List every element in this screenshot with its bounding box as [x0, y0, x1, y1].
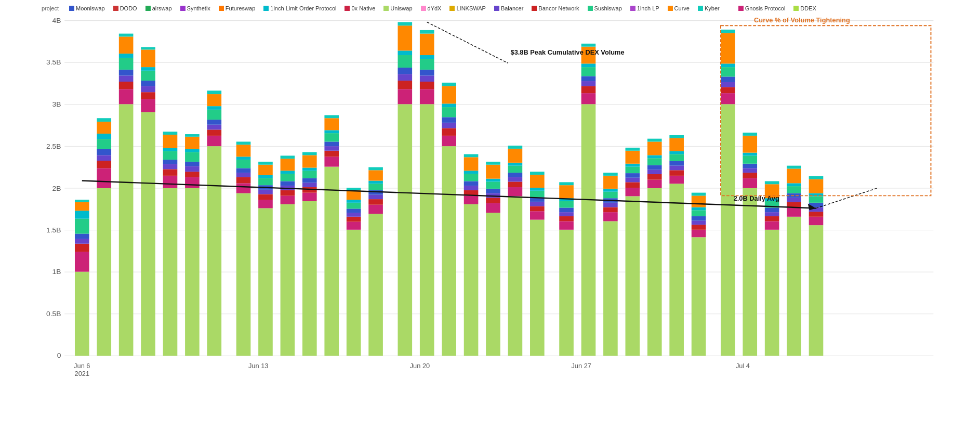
svg-rect-244	[647, 180, 662, 188]
svg-text:1.5B: 1.5B	[46, 226, 61, 234]
svg-rect-220	[581, 76, 596, 81]
x-label-jul4: Jul 4	[736, 362, 750, 370]
svg-rect-269	[692, 193, 706, 196]
sushiswap-color	[588, 6, 593, 11]
svg-rect-30	[97, 155, 111, 161]
uniswap-color	[383, 6, 389, 11]
svg-rect-113	[302, 171, 317, 178]
svg-rect-232	[603, 176, 618, 189]
svg-rect-278	[721, 30, 735, 33]
svg-rect-114	[302, 167, 317, 171]
legend-sushiswap-label: Sushiswap	[594, 5, 622, 11]
svg-rect-71	[185, 134, 200, 137]
svg-rect-111	[302, 183, 317, 187]
svg-rect-243	[647, 188, 662, 356]
svg-rect-251	[647, 139, 662, 142]
svg-rect-226	[603, 212, 618, 221]
legend-gnosis-label: Gnosis Protocol	[745, 5, 786, 11]
svg-rect-158	[420, 59, 434, 70]
svg-rect-195	[508, 163, 523, 166]
legend-bancor: Bancor Network	[532, 5, 579, 11]
svg-rect-79	[207, 94, 222, 106]
svg-rect-124	[324, 118, 339, 130]
legend-project-label: project	[42, 5, 59, 11]
svg-rect-32	[97, 139, 111, 149]
svg-rect-262	[692, 230, 706, 237]
legend-sushiswap: Sushiswap	[588, 5, 622, 11]
svg-rect-248	[647, 158, 662, 165]
svg-rect-252	[669, 184, 684, 356]
svg-rect-99	[281, 204, 295, 356]
bar-29	[721, 30, 735, 356]
avg-annotation-line	[816, 188, 877, 208]
bar-8	[236, 141, 251, 356]
bar-25	[626, 148, 640, 356]
bar-9	[258, 162, 273, 356]
curve-annotation-text: Curve % of Volume Tightening	[754, 17, 850, 24]
legend-synthetix-label: Synthetix	[187, 5, 210, 11]
svg-rect-175	[464, 181, 479, 186]
svg-rect-87	[236, 157, 251, 160]
svg-rect-77	[207, 110, 222, 120]
svg-rect-273	[721, 82, 735, 87]
svg-rect-117	[324, 167, 339, 356]
svg-rect-156	[420, 75, 434, 82]
svg-rect-163	[442, 136, 456, 146]
svg-rect-136	[368, 205, 383, 214]
svg-rect-219	[581, 81, 596, 86]
svg-rect-264	[692, 220, 706, 225]
legend-linkswap: LINKSWAP	[449, 5, 485, 11]
svg-rect-238	[626, 173, 640, 178]
svg-rect-150	[398, 50, 412, 55]
svg-rect-93	[258, 190, 273, 194]
svg-rect-67	[185, 162, 200, 166]
svg-rect-115	[302, 155, 317, 167]
svg-rect-90	[258, 208, 273, 356]
svg-rect-190	[508, 187, 523, 196]
svg-rect-212	[559, 201, 574, 208]
legend-0x: 0x Native	[345, 5, 375, 11]
svg-rect-147	[398, 74, 412, 81]
svg-rect-128	[347, 217, 361, 222]
gnosis-color	[738, 6, 744, 11]
legend-uniswap-label: Uniswap	[390, 5, 412, 11]
svg-text:2B: 2B	[52, 185, 61, 192]
svg-rect-179	[464, 154, 479, 158]
svg-rect-237	[626, 178, 640, 183]
svg-rect-143	[368, 167, 383, 171]
svg-rect-104	[281, 174, 295, 181]
svg-rect-254	[669, 170, 684, 176]
svg-rect-260	[669, 135, 684, 138]
svg-rect-29	[97, 161, 111, 168]
svg-rect-122	[324, 133, 339, 141]
svg-rect-214	[559, 185, 574, 198]
bar-6	[185, 134, 200, 356]
legend-1inch-lp-label: 1inch LP	[637, 5, 659, 11]
svg-rect-83	[236, 177, 251, 184]
svg-rect-70	[185, 137, 200, 149]
svg-rect-263	[692, 225, 706, 230]
legend-futureswap: Futureswap	[219, 5, 255, 11]
svg-rect-290	[765, 216, 779, 222]
svg-rect-303	[787, 183, 801, 186]
svg-rect-121	[324, 141, 339, 146]
svg-text:0: 0	[57, 351, 61, 359]
x-label-jun13: Jun 13	[248, 362, 268, 370]
svg-text:4B: 4B	[52, 17, 61, 25]
svg-rect-245	[647, 174, 662, 180]
svg-rect-305	[787, 166, 801, 169]
svg-rect-247	[647, 165, 662, 170]
svg-rect-276	[721, 63, 735, 67]
svg-rect-144	[398, 104, 412, 356]
svg-rect-307	[809, 217, 824, 225]
svg-rect-62	[163, 132, 178, 135]
svg-rect-18	[75, 272, 89, 356]
svg-rect-177	[464, 171, 479, 174]
svg-rect-85	[236, 168, 251, 173]
svg-rect-152	[398, 22, 412, 26]
svg-rect-81	[236, 193, 251, 356]
svg-rect-44	[119, 34, 134, 37]
svg-rect-46	[141, 99, 155, 112]
svg-rect-204	[530, 188, 545, 191]
bar-5	[163, 132, 178, 356]
